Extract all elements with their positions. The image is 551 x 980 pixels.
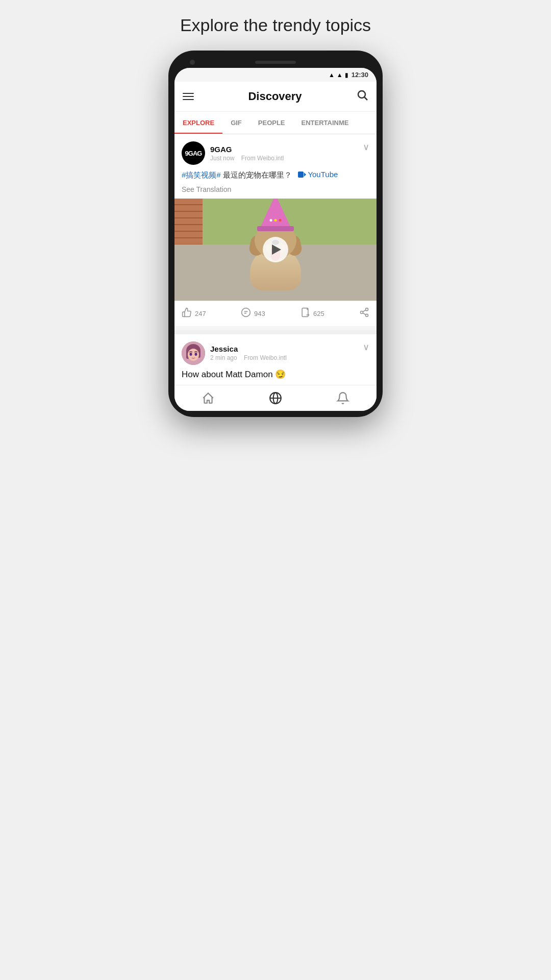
svg-point-6 <box>366 308 368 310</box>
bottom-nav <box>174 385 377 411</box>
svg-line-9 <box>363 313 366 314</box>
menu-line-2 <box>183 96 194 97</box>
like-button[interactable]: 247 <box>182 307 241 320</box>
see-translation[interactable]: See Translation <box>174 185 377 199</box>
svg-rect-2 <box>298 172 304 178</box>
tabs-bar: EXPLORE GIF PEOPLE ENTERTAINME <box>174 112 377 134</box>
post-user-info: 9GAG 9GAG Just now From Weibo.intl <box>182 141 284 165</box>
app-title: Discovery <box>248 90 302 103</box>
svg-point-8 <box>366 314 368 316</box>
post-header-second: Jessica 2 min ago From Weibo.intl ∨ <box>174 334 377 369</box>
user-info-jessica: Jessica 2 min ago From Weibo.intl <box>210 345 287 361</box>
action-bar: 247 943 <box>174 301 377 326</box>
tab-entertainment[interactable]: ENTERTAINME <box>293 112 357 134</box>
nav-home[interactable] <box>202 391 215 405</box>
svg-point-4 <box>242 308 251 316</box>
youtube-link[interactable]: YouTube <box>308 169 338 181</box>
post-video-thumbnail[interactable] <box>174 199 377 301</box>
username: 9GAG <box>210 145 284 154</box>
nav-notifications[interactable] <box>336 391 349 405</box>
post-text: #搞笑视频# 最逗的宠物在哪里？ YouTube <box>174 169 377 185</box>
phone-screen: ▲ ▲ ▮ 12:30 Discovery <box>174 68 377 411</box>
page-title: Explore the trendy topics <box>180 15 371 35</box>
wifi-icon: ▲ <box>329 71 335 79</box>
user-info: 9GAG Just now From Weibo.intl <box>210 145 284 162</box>
menu-line-3 <box>183 99 194 100</box>
menu-button[interactable] <box>183 93 194 100</box>
svg-line-10 <box>363 310 366 311</box>
collapse-button[interactable]: ∨ <box>363 141 369 153</box>
share-button[interactable] <box>359 307 369 320</box>
svg-point-17 <box>195 353 197 356</box>
repost-button[interactable]: 625 <box>300 307 359 320</box>
hashtag[interactable]: #搞笑视频# <box>182 170 221 179</box>
tab-gif[interactable]: GIF <box>222 112 250 134</box>
divider <box>174 330 377 334</box>
repost-count: 625 <box>313 310 324 317</box>
status-bar: ▲ ▲ ▮ 12:30 <box>174 68 377 82</box>
repost-icon <box>300 307 310 320</box>
comment-button[interactable]: 943 <box>241 307 300 320</box>
collapse-button-second[interactable]: ∨ <box>363 341 369 353</box>
avatar: 9GAG <box>182 141 205 165</box>
search-button[interactable] <box>356 89 368 104</box>
tab-people[interactable]: PEOPLE <box>250 112 293 134</box>
user-meta: Just now From Weibo.intl <box>210 155 284 162</box>
comment-icon <box>241 307 251 320</box>
play-button[interactable] <box>263 237 288 262</box>
post-header: 9GAG 9GAG Just now From Weibo.intl ∨ <box>174 134 377 169</box>
comment-count: 943 <box>254 310 265 317</box>
tab-explore[interactable]: EXPLORE <box>174 112 222 134</box>
post-card-second: Jessica 2 min ago From Weibo.intl ∨ <box>174 334 377 385</box>
svg-marker-3 <box>304 173 306 177</box>
phone-frame: ▲ ▲ ▮ 12:30 Discovery <box>168 51 383 417</box>
feed-content: 9GAG 9GAG Just now From Weibo.intl ∨ <box>174 134 377 385</box>
share-icon <box>359 307 369 320</box>
svg-point-0 <box>358 91 365 98</box>
menu-line-1 <box>183 93 194 94</box>
post-card: 9GAG 9GAG Just now From Weibo.intl ∨ <box>174 134 377 326</box>
svg-point-15 <box>188 349 199 361</box>
phone-speaker <box>255 61 296 64</box>
user-meta-jessica: 2 min ago From Weibo.intl <box>210 354 287 361</box>
nav-discover[interactable] <box>269 391 282 405</box>
page-wrapper: Explore the trendy topics ▲ ▲ ▮ 12:30 <box>138 0 413 490</box>
like-count: 247 <box>195 310 206 317</box>
status-time: 12:30 <box>352 71 368 79</box>
post-text-jessica: How about Matt Damon 😏 <box>182 370 286 379</box>
avatar-jessica <box>182 341 205 365</box>
post-user-jessica: Jessica 2 min ago From Weibo.intl <box>182 341 287 365</box>
phone-top <box>174 61 377 64</box>
like-icon <box>182 307 192 320</box>
status-icons: ▲ ▲ ▮ <box>329 71 348 79</box>
play-icon <box>272 244 281 255</box>
signal-icon: ▲ <box>337 71 343 79</box>
battery-icon: ▮ <box>345 71 348 79</box>
svg-line-1 <box>365 97 368 101</box>
app-header: Discovery <box>174 82 377 112</box>
post-content-jessica: How about Matt Damon 😏 <box>174 369 377 385</box>
phone-camera <box>190 60 195 65</box>
username-jessica: Jessica <box>210 345 287 353</box>
svg-point-7 <box>361 311 363 313</box>
svg-point-16 <box>190 353 192 356</box>
